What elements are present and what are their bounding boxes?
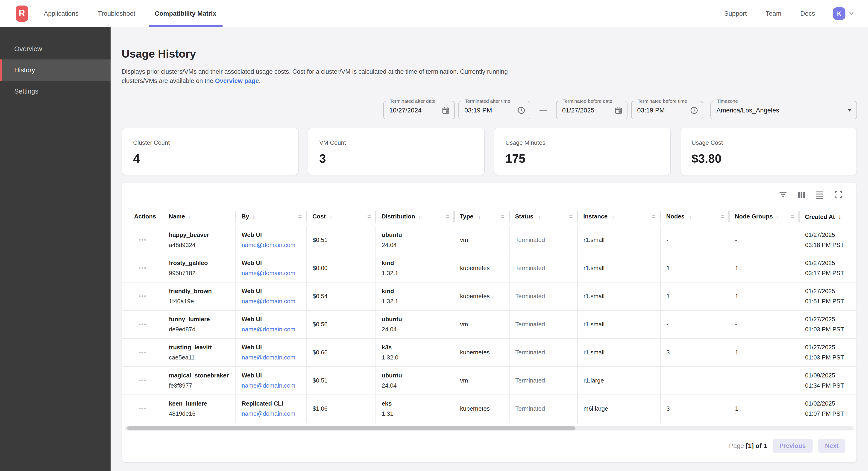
distribution-name: ubuntu <box>382 231 450 238</box>
column-header-cost[interactable]: Cost↑↓= <box>306 207 375 226</box>
sort-icon[interactable]: ↑↓ <box>476 214 480 219</box>
previous-page-button[interactable]: Previous <box>772 439 812 453</box>
cluster-name: happy_beaver <box>169 231 231 238</box>
created-time: 03:18 PM PST <box>805 241 854 248</box>
nodes-value: - <box>666 321 669 328</box>
clock-icon[interactable] <box>690 106 698 114</box>
overview-page-link[interactable]: Overview page <box>215 78 259 84</box>
column-resize-handle[interactable]: = <box>298 213 302 220</box>
row-email-link[interactable]: name@domain.com <box>242 270 303 276</box>
row-email-link[interactable]: name@domain.com <box>242 298 303 305</box>
column-resize-handle[interactable]: = <box>569 213 573 220</box>
cost-value: $0.54 <box>313 293 328 300</box>
column-header-nodes[interactable]: Nodes↑↓= <box>660 207 729 226</box>
calendar-icon[interactable] <box>442 106 450 114</box>
column-header-type[interactable]: Type↑↓= <box>454 207 509 226</box>
column-resize-handle[interactable]: = <box>721 213 724 220</box>
distribution-version: 1.32.1 <box>382 270 450 276</box>
row-actions-button[interactable] <box>122 295 162 297</box>
row-actions-button[interactable] <box>122 267 162 269</box>
sort-icon[interactable]: ↑↓ <box>188 214 191 219</box>
row-email-link[interactable]: name@domain.com <box>242 241 303 248</box>
sidebar-item-history[interactable]: History <box>0 59 111 81</box>
calendar-icon[interactable] <box>615 106 622 114</box>
sidebar-item-overview[interactable]: Overview <box>0 38 111 59</box>
row-actions-button[interactable] <box>122 408 162 410</box>
cost-value: $0.51 <box>313 377 328 384</box>
column-resize-handle[interactable]: = <box>446 213 449 220</box>
row-email-link[interactable]: name@domain.com <box>242 382 303 389</box>
sort-icon[interactable]: ↑↓ <box>776 214 779 219</box>
nav-tab-applications[interactable]: Applications <box>44 0 79 27</box>
distribution-name: kind <box>382 288 450 294</box>
pagination: Page [1] of 1 Previous Next <box>122 433 857 462</box>
column-header-created-at[interactable]: Created At↓ <box>799 207 857 226</box>
row-email-link[interactable]: name@domain.com <box>242 326 303 333</box>
nav-tab-compatibility-matrix[interactable]: Compatibility Matrix <box>155 0 216 27</box>
distribution-version: 1.31 <box>382 410 450 417</box>
density-icon[interactable] <box>815 190 824 199</box>
next-page-button[interactable]: Next <box>818 439 845 453</box>
table-row: funny_lumierede9ed87d Web UIname@domain.… <box>122 310 857 338</box>
instance-value: r1.large <box>584 377 604 384</box>
type-value: kubernetes <box>460 265 490 271</box>
sort-icon[interactable]: ↑↓ <box>688 214 691 219</box>
scrollbar-thumb[interactable] <box>127 426 576 430</box>
terminated-after-date-field[interactable]: Terminated after date 10/27/2024 <box>383 101 455 119</box>
cluster-id: a48d9324 <box>169 241 231 248</box>
sort-icon[interactable]: ↑↓ <box>611 214 614 219</box>
chevron-down-icon[interactable] <box>849 10 854 16</box>
instance-value: r1.small <box>584 265 604 271</box>
row-email-link[interactable]: name@domain.com <box>242 354 303 361</box>
row-email-link[interactable]: name@domain.com <box>242 410 303 417</box>
dropdown-arrow-icon[interactable] <box>847 109 852 112</box>
row-actions-button[interactable] <box>122 239 162 241</box>
column-header-instance[interactable]: Instance↑↓= <box>577 207 660 226</box>
column-resize-handle[interactable]: = <box>501 213 504 220</box>
timezone-select[interactable]: Timezone America/Los_Angeles <box>710 101 857 119</box>
nav-link-team[interactable]: Team <box>766 10 781 17</box>
table-row: frosty_galileo995b7182 Web UIname@domain… <box>122 254 857 282</box>
replicated-logo[interactable]: R <box>16 5 28 22</box>
status-badge: Terminated <box>515 349 545 356</box>
clock-icon[interactable] <box>517 106 525 114</box>
description-line2: clusters/VMs are available on the <box>122 78 215 84</box>
sort-icon[interactable]: ↑↓ <box>536 214 540 219</box>
sort-icon[interactable]: ↑↓ <box>252 214 255 219</box>
row-actions-button[interactable] <box>122 352 162 353</box>
terminated-before-date-field[interactable]: Terminated before date 01/27/2025 <box>556 101 627 119</box>
column-header-by[interactable]: By↑↓= <box>236 207 306 226</box>
row-actions-button[interactable] <box>122 324 162 325</box>
horizontal-scrollbar[interactable] <box>125 426 854 430</box>
filter-icon[interactable] <box>779 190 787 199</box>
sidebar-item-settings[interactable]: Settings <box>0 81 111 102</box>
sort-icon[interactable]: ↑↓ <box>329 214 332 219</box>
column-resize-handle[interactable]: = <box>791 213 794 220</box>
sort-desc-icon[interactable]: ↓ <box>838 213 841 220</box>
columns-icon[interactable] <box>797 190 806 199</box>
user-menu[interactable]: K <box>833 7 854 20</box>
column-header-status[interactable]: Status↑↓= <box>509 207 577 226</box>
cluster-name: keen_lumiere <box>169 400 231 407</box>
column-resize-handle[interactable]: = <box>652 213 656 220</box>
sort-icon[interactable]: ↑↓ <box>418 214 422 219</box>
nodes-value: 1 <box>666 265 670 271</box>
column-header-distribution[interactable]: Distribution↑↓= <box>375 207 454 226</box>
usage-table-card: ActionsName↑↓By↑↓=Cost↑↓=Distribution↑↓=… <box>122 182 857 463</box>
avatar[interactable]: K <box>833 7 845 20</box>
status-badge: Terminated <box>515 265 545 271</box>
column-header-name[interactable]: Name↑↓ <box>163 207 236 226</box>
cluster-id: 995b7182 <box>169 270 231 276</box>
row-actions-button[interactable] <box>122 380 162 381</box>
page-indicator: Page [1] of 1 <box>729 442 767 449</box>
column-header-node-groups[interactable]: Node Groups↑↓= <box>729 207 799 226</box>
nav-tab-troubleshoot[interactable]: Troubleshoot <box>98 0 135 27</box>
terminated-before-time-field[interactable]: Terminated before time 03:19 PM <box>631 101 703 119</box>
nav-link-support[interactable]: Support <box>724 10 747 17</box>
cost-value: $0.00 <box>313 265 328 271</box>
nav-link-docs[interactable]: Docs <box>800 10 815 17</box>
fullscreen-icon[interactable] <box>834 190 843 199</box>
type-value: kubernetes <box>460 293 490 300</box>
terminated-after-time-field[interactable]: Terminated after time 03:19 PM <box>458 101 530 119</box>
column-resize-handle[interactable]: = <box>367 213 371 220</box>
